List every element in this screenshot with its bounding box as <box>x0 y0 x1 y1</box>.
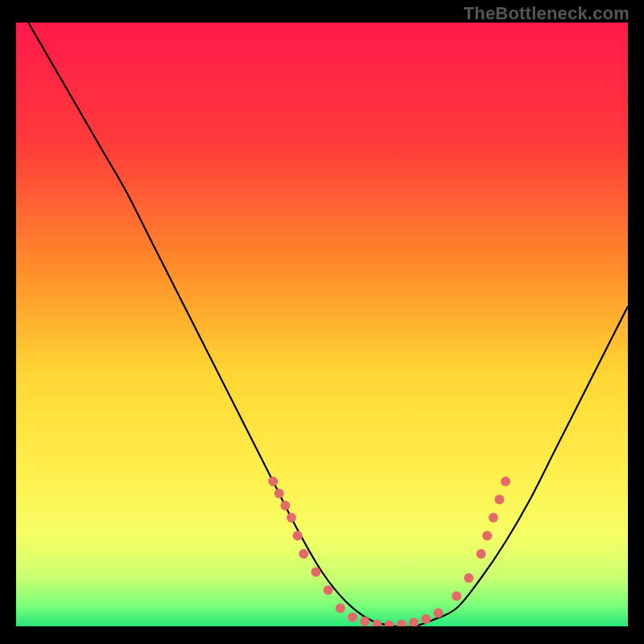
marker-dot <box>482 531 492 541</box>
marker-dot <box>360 617 369 626</box>
marker-dot <box>501 477 510 486</box>
marker-dot <box>385 621 394 627</box>
curve-layer <box>16 23 628 626</box>
watermark-text: TheBottleneck.com <box>464 3 630 24</box>
marker-dot <box>421 614 431 624</box>
marker-dot <box>324 585 333 595</box>
plot-area <box>16 23 628 626</box>
bottleneck-dots <box>268 477 510 626</box>
marker-dot <box>464 573 473 583</box>
marker-dot <box>494 495 504 505</box>
marker-dot <box>348 613 357 622</box>
marker-dot <box>293 531 303 541</box>
marker-dot <box>287 513 296 522</box>
marker-dot <box>299 549 308 559</box>
marker-dot <box>433 609 443 618</box>
marker-dot <box>336 604 345 613</box>
marker-dot <box>311 568 320 577</box>
chart-container: TheBottleneck.com <box>0 0 644 644</box>
marker-dot <box>477 549 486 559</box>
marker-dot <box>452 592 461 601</box>
marker-dot <box>397 620 407 626</box>
marker-dot <box>409 618 419 627</box>
marker-dot <box>280 501 290 510</box>
marker-dot <box>268 477 278 486</box>
bottleneck-curve <box>28 23 628 626</box>
marker-dot <box>275 489 284 498</box>
marker-dot <box>489 513 498 522</box>
